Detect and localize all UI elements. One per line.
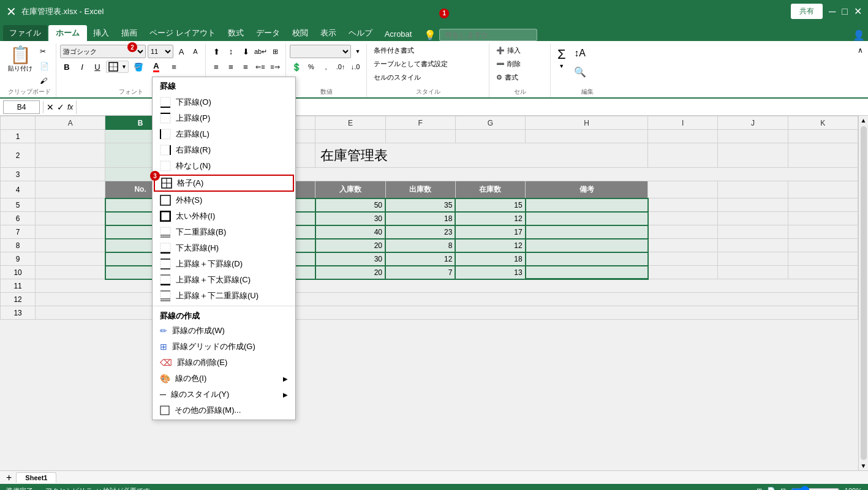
row-header-13[interactable]: 13 bbox=[1, 306, 36, 320]
row-header-11[interactable]: 11 bbox=[1, 279, 36, 293]
vertical-scrollbar[interactable]: ▲ ▼ bbox=[858, 116, 868, 470]
col-header-j[interactable]: J bbox=[718, 116, 788, 130]
border-button[interactable] bbox=[107, 61, 120, 72]
cell-k4[interactable] bbox=[788, 181, 858, 198]
find-select-button[interactable]: 🔍 bbox=[572, 63, 589, 80]
col-header-i[interactable]: I bbox=[648, 116, 718, 130]
view-normal-icon[interactable]: ⊞ bbox=[757, 487, 762, 491]
row-header-3[interactable]: 3 bbox=[1, 168, 36, 181]
text-format-button[interactable]: ≡ bbox=[166, 60, 182, 74]
dropdown-item-line-color[interactable]: 🎨 線の色(I) ▶ bbox=[153, 371, 295, 386]
close-icon[interactable]: ✕ bbox=[854, 6, 862, 17]
cut-button[interactable]: ✂ bbox=[37, 45, 52, 58]
cell-e6[interactable]: 30 bbox=[315, 212, 385, 225]
sum-button[interactable]: Σ ▼ bbox=[554, 45, 569, 71]
row-header-9[interactable]: 9 bbox=[1, 252, 36, 266]
menu-file[interactable]: ファイル bbox=[3, 25, 47, 41]
formula-function-icon[interactable]: fx bbox=[67, 103, 73, 111]
cell-j10[interactable] bbox=[718, 266, 788, 279]
align-right-button[interactable]: ≡ bbox=[239, 60, 252, 74]
cell-k9[interactable] bbox=[788, 252, 858, 266]
bold-button[interactable]: B bbox=[60, 60, 74, 74]
cell-e4[interactable]: 入庫数 bbox=[315, 181, 385, 198]
font-size-select[interactable]: 11 bbox=[148, 45, 173, 58]
cell-g8[interactable]: 12 bbox=[455, 239, 525, 252]
conditional-format-button[interactable]: 条件付き書式 bbox=[371, 45, 485, 56]
percent-button[interactable]: 💲 bbox=[290, 60, 303, 74]
dropdown-item-outer[interactable]: 外枠(S) bbox=[153, 192, 295, 208]
number-format-arrow[interactable]: ▼ bbox=[353, 45, 363, 58]
italic-button[interactable]: I bbox=[75, 60, 89, 74]
align-bottom-button[interactable]: ⬇ bbox=[239, 45, 252, 58]
menu-home[interactable]: ホーム bbox=[48, 25, 87, 41]
cell-a6[interactable] bbox=[36, 212, 105, 225]
cell-k8[interactable] bbox=[788, 239, 858, 252]
border-dropdown-arrow[interactable]: ▼ bbox=[120, 64, 128, 70]
dropdown-item-thick-bottom[interactable]: 下太罫線(H) bbox=[153, 240, 295, 256]
cell-f6[interactable]: 18 bbox=[385, 212, 455, 225]
minimize-icon[interactable]: ─ bbox=[829, 6, 836, 17]
cell-e9[interactable]: 30 bbox=[315, 252, 385, 266]
cell-a8[interactable] bbox=[36, 239, 105, 252]
paste-button[interactable]: 📋 貼り付け bbox=[5, 45, 36, 75]
cell-i2[interactable] bbox=[648, 143, 718, 168]
underline-button[interactable]: U bbox=[91, 60, 104, 74]
menu-acrobat[interactable]: Acrobat bbox=[379, 27, 418, 41]
menu-draw[interactable]: 描画 bbox=[115, 25, 143, 41]
cell-i10[interactable] bbox=[648, 266, 718, 279]
menu-formulas[interactable]: 数式 bbox=[222, 25, 250, 41]
increase-decimal-button[interactable]: .0↑ bbox=[334, 60, 347, 74]
cell-i5[interactable] bbox=[648, 198, 718, 212]
cell-h9[interactable] bbox=[526, 252, 648, 266]
sort-filter-button[interactable]: ↕A bbox=[572, 45, 589, 62]
col-header-k[interactable]: K bbox=[788, 116, 858, 130]
row-header-5[interactable]: 5 bbox=[1, 198, 36, 212]
dropdown-item-draw-border[interactable]: ✏ 罫線の作成(W) bbox=[153, 323, 295, 339]
cell-j1[interactable] bbox=[718, 130, 788, 143]
collapse-button[interactable]: ∧ bbox=[858, 46, 863, 55]
row-header-6[interactable]: 6 bbox=[1, 212, 36, 225]
indent-decrease-button[interactable]: ⇐≡ bbox=[254, 60, 267, 74]
cell-f9[interactable]: 12 bbox=[385, 252, 455, 266]
cell-i4[interactable] bbox=[648, 181, 718, 198]
dropdown-item-all[interactable]: 3 格子(A) bbox=[154, 175, 294, 192]
cell-g4[interactable]: 在庫数 bbox=[455, 181, 525, 198]
cell-h8[interactable] bbox=[526, 239, 648, 252]
cell-f8[interactable]: 8 bbox=[385, 239, 455, 252]
dropdown-item-line-style[interactable]: ─ 線のスタイル(Y) ▶ bbox=[153, 386, 295, 402]
font-color-button[interactable]: A bbox=[148, 60, 164, 74]
cell-k1[interactable] bbox=[788, 130, 858, 143]
dropdown-item-erase-border[interactable]: ⌫ 罫線の削除(E) bbox=[153, 355, 295, 371]
col-header-e[interactable]: E bbox=[315, 116, 385, 130]
cell-h10[interactable] bbox=[526, 266, 648, 279]
cell-j9[interactable] bbox=[718, 252, 788, 266]
cell-e10[interactable]: 20 bbox=[315, 266, 385, 279]
cell-e7[interactable]: 40 bbox=[315, 225, 385, 239]
col-header-h[interactable]: H bbox=[526, 116, 648, 130]
row-header-12[interactable]: 12 bbox=[1, 293, 36, 306]
cell-e8[interactable]: 20 bbox=[315, 239, 385, 252]
cell-j2[interactable] bbox=[718, 143, 788, 168]
sheet-tab-sheet1[interactable]: Sheet1 bbox=[16, 472, 56, 483]
number-format-select[interactable]: 標準 bbox=[290, 45, 351, 58]
cell-i7[interactable] bbox=[648, 225, 718, 239]
cell-a2[interactable] bbox=[36, 143, 105, 168]
cell-a7[interactable] bbox=[36, 225, 105, 239]
copy-button[interactable]: 📄 bbox=[37, 59, 52, 73]
cell-f1[interactable] bbox=[385, 130, 455, 143]
menu-pagelayout[interactable]: ページ レイアウト bbox=[143, 25, 222, 41]
cell-h5[interactable] bbox=[526, 198, 648, 212]
dropdown-item-top-double-bottom[interactable]: 上罫線＋下二重罫線(U) bbox=[153, 288, 295, 304]
cell-k2[interactable] bbox=[788, 143, 858, 168]
cell-j8[interactable] bbox=[718, 239, 788, 252]
cell-g1[interactable] bbox=[455, 130, 525, 143]
currency-button[interactable]: % bbox=[304, 60, 318, 74]
cell-k5[interactable] bbox=[788, 198, 858, 212]
menu-data[interactable]: データ bbox=[250, 25, 286, 41]
collapse-ribbon[interactable]: ∧ bbox=[855, 43, 866, 97]
col-header-f[interactable]: F bbox=[385, 116, 455, 130]
format-cell-button[interactable]: ⚙ 書式 bbox=[493, 72, 546, 83]
row-header-7[interactable]: 7 bbox=[1, 225, 36, 239]
cell-a4[interactable] bbox=[36, 181, 105, 198]
dropdown-item-bottom[interactable]: 下罫線(O) bbox=[153, 94, 295, 110]
